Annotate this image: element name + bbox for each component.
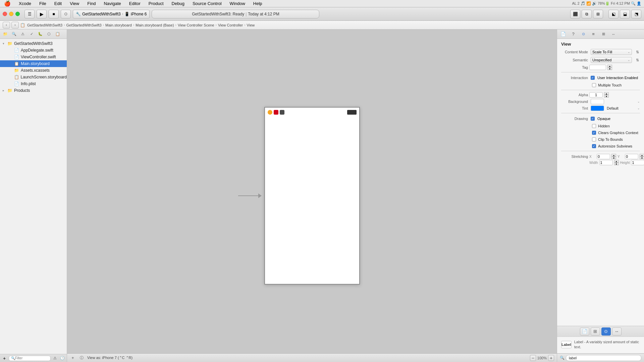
stretching-y-stepper[interactable]: ▲ ▼ — [640, 154, 644, 159]
stretching-y-input[interactable] — [625, 154, 638, 159]
sx-down[interactable]: ▼ — [611, 157, 616, 159]
view-toggle-version[interactable]: ⊞ — [593, 10, 603, 18]
filter-bar[interactable]: 🔍 — [9, 356, 51, 361]
inspector-show-button[interactable]: ⬔ — [631, 10, 641, 18]
tree-item-products[interactable]: ▸ 📁 Products — [0, 87, 67, 94]
autoresize-checkbox[interactable] — [592, 144, 596, 148]
tag-input[interactable] — [589, 65, 606, 70]
user-interaction-checkbox[interactable] — [591, 76, 595, 80]
recent-filter-button[interactable]: 🕒 — [59, 355, 65, 361]
tag-stepper-up[interactable]: ▲ — [607, 65, 612, 67]
add-layout-btn[interactable]: ⊞ — [591, 327, 600, 336]
connections-inspector-btn[interactable]: ↔ — [609, 31, 618, 38]
back-button[interactable]: ‹ — [3, 22, 10, 28]
tree-item-appdelegate[interactable]: 📄 AppDelegate.swift — [0, 47, 67, 54]
view-toggle-assistant[interactable]: ⧉ — [582, 10, 592, 18]
alpha-stepper-up[interactable]: ▲ — [604, 92, 609, 95]
add-constraint-btn[interactable]: 📄 — [580, 327, 589, 336]
scheme-selector[interactable]: 🔧 GetStartedWithSwift3 › 📱 iPhone 6 — [73, 10, 150, 18]
forward-button[interactable]: › — [11, 22, 19, 28]
nav-folder-icon[interactable]: 📁 — [1, 31, 9, 38]
content-mode-stepper[interactable]: ⇅ — [635, 49, 640, 55]
search-input-bottom[interactable] — [566, 355, 641, 361]
menu-editor[interactable]: Editor — [128, 1, 142, 6]
size-inspector-btn[interactable]: ⊞ — [599, 31, 608, 38]
minimize-button[interactable] — [9, 12, 13, 16]
breadcrumb-base[interactable]: Main.storyboard (Base) — [136, 23, 174, 27]
tree-item-launchscreen[interactable]: 📋 LaunchScreen.storyboard — [0, 74, 67, 80]
info-button[interactable]: ⓘ — [78, 355, 85, 361]
nav-debug-icon[interactable]: 🐛 — [36, 31, 44, 38]
breakpoints-button[interactable]: ⬡ — [61, 10, 71, 18]
stretching-h-input[interactable] — [631, 160, 644, 165]
sy-down[interactable]: ▼ — [640, 157, 644, 159]
zoom-in-button[interactable]: + — [548, 355, 554, 361]
breadcrumb-storyboard[interactable]: Main.storyboard — [105, 23, 132, 27]
file-inspector-btn[interactable]: 📄 — [558, 31, 568, 38]
menu-file[interactable]: File — [38, 1, 48, 6]
warning-filter-button[interactable]: ⚠ — [52, 355, 58, 361]
run-button[interactable]: ▶ — [37, 10, 47, 18]
breadcrumb-view[interactable]: View — [247, 23, 255, 27]
sw-down[interactable]: ▼ — [614, 163, 619, 165]
breadcrumb-scene[interactable]: View Controller Scene — [178, 23, 214, 27]
add-behavior-btn[interactable]: ↔ — [612, 327, 622, 336]
nav-find-icon[interactable]: 🔍 — [10, 31, 18, 38]
tag-stepper-down[interactable]: ▼ — [607, 67, 612, 70]
nav-test-icon[interactable]: ✓ — [28, 31, 36, 38]
canvas-area[interactable]: + ⓘ View as: iPhone 7 (⌃C ⌃R) − 100% + — [67, 29, 557, 362]
debug-area-button[interactable]: ⬓ — [620, 10, 630, 18]
zoom-out-button[interactable]: − — [530, 355, 536, 361]
add-file-button[interactable]: + — [1, 355, 7, 361]
alpha-stepper[interactable]: ▲ ▼ — [604, 92, 609, 98]
semantic-dropdown[interactable]: Unspecified ⌄ — [591, 57, 632, 63]
background-swatch[interactable] — [591, 99, 604, 104]
view-toggle-standard[interactable]: ⬛ — [570, 10, 580, 18]
stretching-w-stepper[interactable]: ▲ ▼ — [614, 160, 619, 165]
clip-bounds-checkbox[interactable] — [592, 137, 596, 141]
tree-item-viewcontroller[interactable]: 📄 ViewController.swift — [0, 54, 67, 60]
menu-view[interactable]: View — [68, 1, 80, 6]
navigator-toggle-button[interactable]: ☰ — [24, 10, 35, 18]
nav-breakpoint-icon[interactable]: ⬡ — [45, 31, 53, 38]
tree-item-assets[interactable]: 📁 Assets.xcassets — [0, 67, 67, 74]
tag-stepper[interactable]: ▲ ▼ — [607, 65, 612, 70]
tree-item-mainstoryboard[interactable]: 📋 Main.storyboard — [0, 60, 67, 67]
show-hierarchy-btn[interactable]: ⊙ — [601, 327, 611, 336]
breadcrumb-project[interactable]: GetStartedWithSwift3 — [27, 23, 62, 27]
navigator-show-button[interactable]: ⬕ — [608, 10, 619, 18]
menu-product[interactable]: Product — [147, 1, 165, 6]
maximize-button[interactable] — [15, 12, 20, 16]
menu-window[interactable]: Window — [228, 1, 247, 6]
attributes-inspector-btn[interactable]: ≡ — [589, 31, 598, 38]
alpha-input[interactable] — [589, 92, 603, 98]
menu-xcode[interactable]: Xcode — [17, 1, 33, 6]
iphone-frame[interactable] — [264, 107, 360, 285]
content-mode-dropdown[interactable]: Scale To Fill ⌄ — [591, 49, 632, 55]
menu-source-control[interactable]: Source Control — [191, 1, 223, 6]
hidden-checkbox[interactable] — [592, 124, 596, 128]
identity-inspector-btn[interactable]: ⊙ — [579, 31, 588, 38]
menu-help[interactable]: Help — [252, 1, 264, 6]
nav-warning-icon[interactable]: ⚠ — [19, 31, 27, 38]
quick-help-btn[interactable]: ? — [569, 31, 578, 38]
close-button[interactable] — [3, 12, 7, 16]
stop-button[interactable]: ■ — [49, 10, 59, 18]
apple-menu[interactable]: 🍎 — [3, 0, 12, 7]
tree-item-project[interactable]: ▾ 📁 GetStartedWithSwift3 — [0, 40, 67, 47]
menu-find[interactable]: Find — [86, 1, 97, 6]
stretching-x-stepper[interactable]: ▲ ▼ — [611, 154, 616, 159]
filter-input[interactable] — [15, 356, 48, 360]
alpha-stepper-down[interactable]: ▼ — [604, 95, 609, 98]
tint-swatch[interactable] — [591, 106, 604, 111]
nav-report-icon[interactable]: 📋 — [54, 31, 62, 38]
opaque-checkbox[interactable] — [591, 117, 595, 121]
clears-context-checkbox[interactable] — [592, 131, 596, 135]
add-element-button[interactable]: + — [70, 355, 76, 361]
breadcrumb-group[interactable]: GetStartedWithSwift3 — [66, 23, 102, 27]
stretching-x-input[interactable] — [597, 154, 610, 159]
sy-up[interactable]: ▲ — [640, 154, 644, 157]
multiple-touch-checkbox[interactable] — [592, 83, 596, 87]
stretching-w-input[interactable] — [599, 160, 613, 165]
tree-item-infoplist[interactable]: 📄 Info.plist — [0, 80, 67, 87]
